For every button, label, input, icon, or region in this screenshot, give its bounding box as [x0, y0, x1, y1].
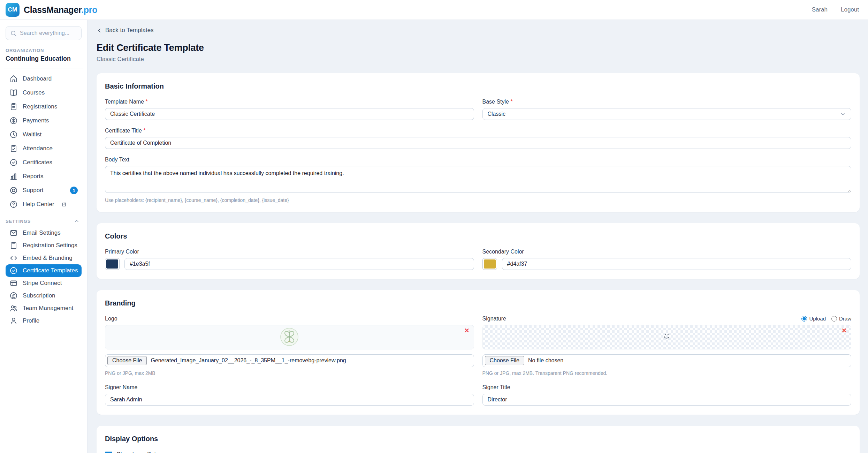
sidebar-item-profile[interactable]: Profile	[6, 315, 82, 327]
signer-title-input[interactable]	[482, 394, 852, 406]
sidebar-item-label: Dashboard	[23, 75, 52, 82]
sidebar-item-embed-branding[interactable]: Embed & Branding	[6, 252, 82, 264]
sidebar-item-waitlist[interactable]: Waitlist	[6, 128, 82, 142]
page-title: Edit Certificate Template	[97, 43, 860, 53]
sidebar-item-registrations[interactable]: Registrations	[6, 100, 82, 114]
basic-information-heading: Basic Information	[105, 82, 851, 90]
check-circle-icon	[9, 158, 18, 167]
logo-file-input[interactable]: Choose File Generated_Image_January_02__…	[105, 354, 474, 367]
sidebar-item-email-settings[interactable]: Email Settings	[6, 227, 82, 239]
template-name-input[interactable]	[105, 108, 474, 120]
display-options-card: Display Options Show Issue Date Display …	[97, 426, 860, 453]
secondary-color-input[interactable]	[502, 258, 852, 270]
brand-logo-icon: CM	[6, 3, 20, 17]
signature-preview: ✕	[482, 325, 852, 349]
signature-mode-radios: Upload Draw	[801, 316, 851, 322]
brand-name: ClassManager.pro	[24, 5, 97, 15]
headset-icon	[9, 186, 18, 195]
signature-label: Signature	[482, 316, 507, 322]
support-badge: 1	[70, 187, 78, 194]
signature-upload-option[interactable]: Upload	[801, 316, 826, 322]
sidebar-item-label: Reports	[23, 173, 44, 180]
settings-section-toggle[interactable]: SETTINGS	[6, 218, 82, 224]
sidebar-item-subscription[interactable]: Subscription	[6, 289, 82, 302]
primary-color-input[interactable]	[124, 258, 474, 270]
brand-name-suffix: .pro	[81, 5, 97, 15]
required-asterisk: *	[143, 128, 145, 134]
primary-color-picker[interactable]	[105, 258, 120, 270]
dollar-circle-icon	[9, 116, 18, 125]
chevron-up-icon	[74, 218, 79, 224]
chevron-left-icon	[97, 28, 102, 33]
sidebar-item-certificates[interactable]: Certificates	[6, 156, 82, 169]
body-text-textarea[interactable]: This certifies that the above named indi…	[105, 166, 851, 193]
logo-preview: ✕	[105, 325, 474, 349]
sidebar-item-label: Payments	[23, 117, 49, 124]
settings-label: SETTINGS	[6, 219, 31, 224]
colors-heading: Colors	[105, 232, 851, 240]
remove-signature-button[interactable]: ✕	[842, 327, 847, 334]
signature-hint: PNG or JPG, max 2MB. Transparent PNG rec…	[482, 370, 852, 376]
pound-circle-icon	[9, 292, 18, 300]
sidebar-item-courses[interactable]: Courses	[6, 86, 82, 100]
logo-choose-file-button[interactable]: Choose File	[107, 356, 147, 365]
logo-hint: PNG or JPG, max 2MB	[105, 370, 474, 376]
main-nav: Dashboard Courses Registrations Payments…	[6, 72, 82, 211]
sidebar-item-label: Certificate Templates	[23, 267, 78, 274]
user-menu-link[interactable]: Sarah	[812, 6, 828, 13]
signature-file-name: No file chosen	[528, 357, 563, 364]
certificate-title-label: Certificate Title *	[105, 128, 851, 134]
signer-name-input[interactable]	[105, 394, 474, 406]
search-input[interactable]	[20, 30, 77, 36]
sidebar-item-registration-settings[interactable]: Registration Settings	[6, 239, 82, 252]
clipboard-list-icon	[9, 103, 18, 111]
display-options-heading: Display Options	[105, 435, 851, 443]
brand: CM ClassManager.pro	[6, 3, 97, 17]
back-link-label: Back to Templates	[105, 27, 154, 34]
signature-draw-option[interactable]: Draw	[831, 316, 851, 322]
required-asterisk: *	[146, 99, 148, 105]
show-issue-date-checkbox[interactable]	[105, 452, 112, 453]
organization-label: ORGANIZATION	[6, 48, 82, 53]
logo-preview-image	[279, 327, 299, 348]
base-style-label: Base Style *	[482, 99, 852, 105]
sidebar-item-attendance[interactable]: Attendance	[6, 142, 82, 156]
back-to-templates-link[interactable]: Back to Templates	[97, 27, 154, 34]
top-bar: CM ClassManager.pro Sarah Logout	[0, 0, 868, 20]
upload-radio[interactable]	[801, 316, 807, 322]
upload-radio-label: Upload	[809, 316, 826, 322]
remove-logo-button[interactable]: ✕	[464, 327, 469, 334]
sidebar-item-help-center[interactable]: Help Center	[6, 197, 82, 211]
organization-name: Continuing Education	[6, 55, 82, 62]
sidebar-item-label: Attendance	[23, 145, 53, 152]
sidebar-item-reports[interactable]: Reports	[6, 169, 82, 183]
sidebar-item-payments[interactable]: Payments	[6, 114, 82, 128]
sidebar-item-label: Registration Settings	[23, 242, 77, 249]
secondary-color-picker[interactable]	[482, 258, 497, 270]
search-box[interactable]	[6, 26, 82, 40]
sidebar-item-stripe-connect[interactable]: Stripe Connect	[6, 277, 82, 289]
sidebar-item-label: Support	[23, 187, 44, 194]
sidebar: ORGANIZATION Continuing Education Dashbo…	[0, 20, 87, 453]
sidebar-item-label: Certificates	[23, 159, 52, 166]
sidebar-item-support[interactable]: Support 1	[6, 183, 82, 197]
external-link-icon	[61, 202, 67, 207]
certificate-title-input[interactable]	[105, 137, 851, 149]
sidebar-item-label: Team Management	[23, 305, 74, 312]
home-icon	[9, 75, 18, 83]
base-style-select[interactable]: Classic	[482, 108, 852, 120]
signature-preview-image	[661, 332, 673, 342]
signature-choose-file-button[interactable]: Choose File	[485, 356, 524, 365]
logout-link[interactable]: Logout	[841, 6, 859, 13]
signature-file-input[interactable]: Choose File No file chosen	[482, 354, 852, 367]
sidebar-item-dashboard[interactable]: Dashboard	[6, 72, 82, 86]
sidebar-item-team-management[interactable]: Team Management	[6, 302, 82, 315]
sidebar-item-certificate-templates[interactable]: Certificate Templates	[6, 264, 82, 277]
show-issue-date-row: Show Issue Date Display the date the cer…	[105, 451, 851, 453]
branding-heading: Branding	[105, 299, 851, 307]
mail-icon	[9, 229, 18, 237]
draw-radio[interactable]	[831, 316, 837, 322]
search-icon	[10, 30, 17, 37]
sidebar-item-label: Stripe Connect	[23, 280, 62, 287]
body-text-label: Body Text	[105, 157, 851, 163]
